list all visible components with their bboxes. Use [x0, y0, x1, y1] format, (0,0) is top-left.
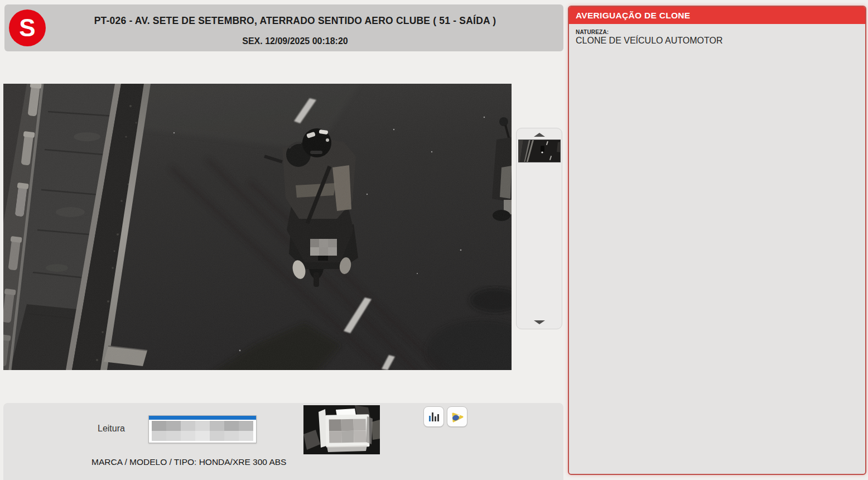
frame-thumbnail[interactable]: [518, 140, 561, 162]
nature-value: CLONE DE VEÍCULO AUTOMOTOR: [576, 36, 859, 46]
frame-carousel: [516, 128, 562, 329]
brazil-plate-button[interactable]: [447, 406, 467, 427]
down-arrow-icon[interactable]: [534, 320, 545, 324]
clone-panel-header: AVERIGUAÇÃO DE CLONE: [569, 7, 865, 24]
plate-crop-image: [303, 405, 380, 454]
logo-letter: S: [19, 14, 35, 42]
plate-blue-band: [149, 416, 256, 420]
plate-reading-bar: Leitura: [3, 403, 563, 480]
up-arrow-icon[interactable]: [534, 133, 545, 137]
reading-label: Leitura: [98, 424, 125, 434]
camera-header-bar: S PT-026 - AV. SETE DE SETEMBRO, ATERRAD…: [4, 4, 563, 51]
histogram-button[interactable]: [423, 406, 444, 427]
camera-location-title: PT-026 - AV. SETE DE SETEMBRO, ATERRADO …: [38, 15, 552, 27]
clone-check-panel: AVERIGUAÇÃO DE CLONE NATUREZA: CLONE DE …: [568, 6, 866, 475]
brazil-flag-icon: [451, 410, 464, 424]
plate-reading-field[interactable]: [148, 415, 257, 443]
redacted-plate-text: [149, 420, 256, 443]
clone-panel-body: NATUREZA: CLONE DE VEÍCULO AUTOMOTOR: [569, 24, 865, 51]
histogram-icon: [428, 411, 440, 423]
clone-panel-title: AVERIGUAÇÃO DE CLONE: [576, 11, 691, 21]
vehicle-make-model-line: MARCA / MODELO / TIPO: HONDA/XRE 300 ABS: [91, 457, 286, 467]
capture-datetime: SEX. 12/09/2025 00:18:20: [38, 36, 552, 46]
camera-frame-image: [3, 84, 512, 370]
nature-label: NATUREZA:: [576, 29, 859, 35]
